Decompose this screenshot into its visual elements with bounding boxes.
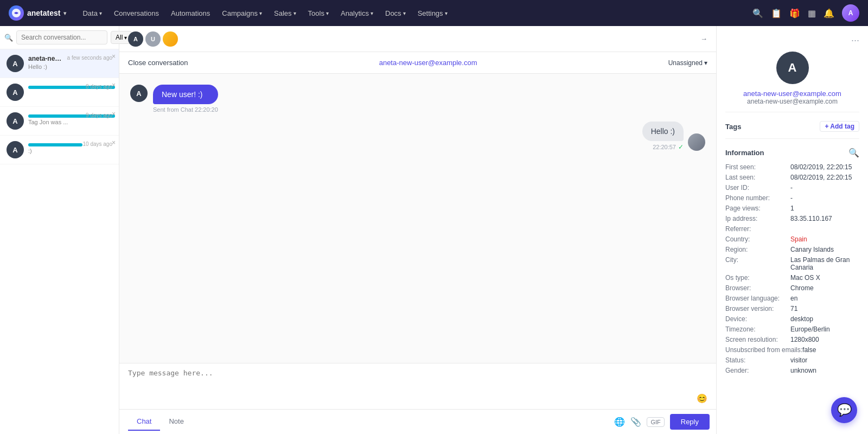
reply-button[interactable]: Reply xyxy=(670,414,710,430)
conversation-sidebar: 🔍 All ▾ A aneta-new-user@example.com Hel… xyxy=(0,26,119,434)
chat-widget-button[interactable]: 💬 xyxy=(831,397,857,423)
nav-docs[interactable]: Docs ▾ xyxy=(380,6,411,21)
search-icon[interactable]: 🔍 xyxy=(752,8,763,18)
message-text: Hello :) xyxy=(651,127,675,136)
message-content-right: Hello :) 22:20:57 ✓ xyxy=(642,122,684,151)
document-icon[interactable]: 📋 xyxy=(771,8,782,18)
conversation-bar: Close conversation aneta-new-user@exampl… xyxy=(119,52,716,74)
search-input[interactable] xyxy=(16,30,107,44)
conversation-email: aneta-new-user@example.com xyxy=(379,59,477,67)
avatar: A xyxy=(7,84,24,101)
conv-preview: Tag Jon was ... xyxy=(28,119,81,125)
attr-timezone: Timezone: Europe/Berlin xyxy=(725,326,859,333)
message-avatar: A xyxy=(130,85,148,102)
conversation-item[interactable]: A :) 10 days ago × xyxy=(0,136,119,164)
tags-label: Tags xyxy=(725,123,741,131)
globe-icon[interactable]: 🌐 xyxy=(614,417,625,427)
agent-avatar-photo xyxy=(163,31,178,47)
conv-close-button[interactable]: × xyxy=(112,139,116,146)
nav-campaigns[interactable]: Campaigns ▾ xyxy=(216,6,267,21)
assignee-button[interactable]: Unassigned ▾ xyxy=(668,59,707,67)
attr-last-seen: Last seen: 08/02/2019, 22:20:15 xyxy=(725,174,859,181)
message-content: New user! :) Sent from Chat 22:20:20 xyxy=(153,85,218,113)
conv-time: 8 days ago xyxy=(86,84,112,90)
top-navigation: anetatest ▾ Data ▾ Conversations Automat… xyxy=(0,0,868,26)
nav-tools[interactable]: Tools ▾ xyxy=(303,6,334,21)
message-outgoing: Hello :) 22:20:57 ✓ xyxy=(130,122,705,151)
nav-right: 🔍 📋 🎁 ▦ 🔔 A xyxy=(752,4,859,22)
tags-section: Tags + Add tag xyxy=(725,121,859,132)
nav-sales[interactable]: Sales ▾ xyxy=(269,6,302,21)
attr-country: Country: Spain xyxy=(725,235,859,243)
nav-conversations[interactable]: Conversations xyxy=(108,6,164,21)
app-chevron: ▾ xyxy=(63,10,66,16)
agent-avatars: A U xyxy=(128,31,178,47)
attr-unsub: Unsubscribed from emails: false xyxy=(725,346,859,354)
add-tag-button[interactable]: + Add tag xyxy=(820,121,859,132)
conv-time: 10 days ago xyxy=(83,141,113,147)
attr-device: Device: desktop xyxy=(725,315,859,323)
tab-chat[interactable]: Chat xyxy=(128,413,160,431)
contact-email-link[interactable]: aneta-new-user@example.com xyxy=(725,90,859,98)
contact-avatar: A xyxy=(776,52,809,84)
attr-gender: Gender: unknown xyxy=(725,367,859,374)
attr-browser-ver: Browser version: 71 xyxy=(725,305,859,312)
nav-data[interactable]: Data ▾ xyxy=(77,6,107,21)
main-content: 🔍 All ▾ A aneta-new-user@example.com Hel… xyxy=(0,26,868,434)
information-section: Information 🔍 First seen: 08/02/2019, 22… xyxy=(725,148,859,374)
conv-close-button[interactable]: × xyxy=(112,81,116,89)
bell-icon[interactable]: 🔔 xyxy=(824,8,834,18)
conv-time: a few seconds ago xyxy=(67,55,112,61)
grid-icon[interactable]: ▦ xyxy=(808,8,816,18)
attr-os: Os type: Mac OS X xyxy=(725,274,859,282)
chat-toolbar-right: 🌐 📎 GIF Reply xyxy=(608,410,716,434)
conv-details: aneta-new-user@example.com Hello :) xyxy=(28,55,63,70)
info-search-icon[interactable]: 🔍 xyxy=(848,148,859,158)
gift-icon[interactable]: 🎁 xyxy=(789,8,800,18)
sidebar-search-bar: 🔍 All ▾ xyxy=(0,26,119,49)
attr-user-id: User ID: - xyxy=(725,184,859,192)
attr-phone: Phone number: - xyxy=(725,194,859,202)
attr-page-views: Page views: 1 xyxy=(725,205,859,212)
message-bubble: New user! :) xyxy=(153,85,218,104)
attachment-icon[interactable]: 📎 xyxy=(630,417,641,427)
emoji-input-icon[interactable]: 😊 xyxy=(697,393,707,404)
logo-icon xyxy=(9,5,24,21)
conversation-list: A aneta-new-user@example.com Hello :) a … xyxy=(0,49,119,434)
more-options-button[interactable]: ··· xyxy=(725,35,859,46)
conversation-item[interactable]: A Tag Jon was ... 9 days ago × xyxy=(0,107,119,136)
close-conversation-button[interactable]: Close conversation xyxy=(128,59,188,67)
conv-details xyxy=(28,84,81,90)
nav-settings[interactable]: Settings ▾ xyxy=(412,6,453,21)
chat-tabs: Chat Note xyxy=(119,413,608,431)
conversation-item[interactable]: A 8 days ago × xyxy=(0,78,119,107)
conv-preview: :) xyxy=(28,148,79,154)
attr-status: Status: visitor xyxy=(725,356,859,364)
conv-name: aneta-new-user@example.com xyxy=(28,55,63,62)
nav-automations[interactable]: Automations xyxy=(165,6,215,21)
conv-close-button[interactable]: × xyxy=(112,110,116,118)
agent-avatar-a: A xyxy=(128,31,143,47)
conv-close-button[interactable]: × xyxy=(112,53,116,60)
contact-email-sub: aneta-new-user@example.com xyxy=(725,98,859,105)
info-title: Information xyxy=(725,149,764,157)
app-logo[interactable]: anetatest ▾ xyxy=(9,5,66,21)
nav-analytics[interactable]: Analytics ▾ xyxy=(335,6,379,21)
conv-time: 9 days ago xyxy=(86,112,112,118)
conv-details: :) xyxy=(28,141,79,154)
avatar: A xyxy=(7,55,24,72)
tab-note[interactable]: Note xyxy=(160,413,192,431)
info-header: Information 🔍 xyxy=(725,148,859,158)
message-input[interactable] xyxy=(128,369,707,391)
contact-right-panel: ··· A aneta-new-user@example.com aneta-n… xyxy=(716,26,868,434)
conversation-item[interactable]: A aneta-new-user@example.com Hello :) a … xyxy=(0,49,119,78)
user-avatar[interactable]: A xyxy=(842,4,859,22)
expand-icon[interactable]: → xyxy=(700,35,707,43)
message-incoming: A New user! :) Sent from Chat 22:20:20 xyxy=(130,85,705,113)
search-icon-small: 🔍 xyxy=(4,34,13,42)
tags-header: Tags + Add tag xyxy=(725,121,859,132)
gif-button[interactable]: GIF xyxy=(647,417,664,427)
chat-footer: Chat Note 🌐 📎 GIF Reply xyxy=(119,409,716,434)
app-name: anetatest xyxy=(27,9,60,17)
message-bubble: Hello :) xyxy=(642,122,684,141)
